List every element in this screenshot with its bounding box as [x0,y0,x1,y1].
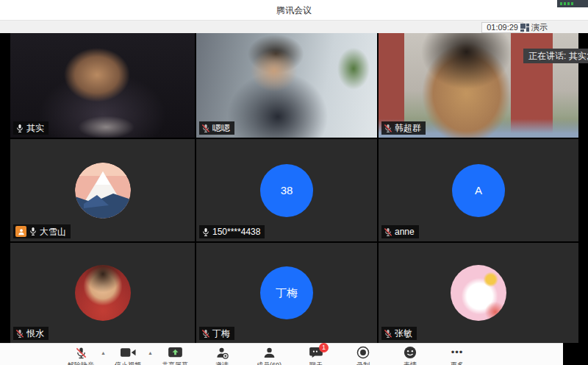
video-tile-150-4438[interactable]: 38 150****4438 [196,139,377,241]
members-icon [263,346,276,359]
present-label: 演示 [531,22,548,33]
video-tile-enen[interactable]: 嗯嗯 [196,33,377,138]
participant-name-tag: 其实 [13,121,49,135]
meeting-timer: 01:09:29 [481,22,523,33]
chat-unread-badge: 1 [319,343,329,352]
toolbar-label: 停止视频 [115,361,141,365]
participant-name-tag: 韩超群 [381,121,426,135]
video-tile-dingmei[interactable]: 丁梅 丁梅 [196,243,377,343]
participant-name-tag: 大雪山 [13,224,71,238]
initial-avatar: 丁梅 [260,266,313,319]
participant-name-tag: 张敏 [381,327,417,340]
host-badge-icon [15,226,26,237]
participant-name: 嗯嗯 [212,123,230,133]
snow-mountain-avatar [75,163,131,219]
unmute-button[interactable]: 解除静音 ▲ [62,346,99,365]
smiley-icon [404,346,417,359]
stop-video-button[interactable]: 停止视频 ▲ [110,346,146,365]
invite-button[interactable]: 邀请 [204,346,240,365]
participant-name: 丁梅 [212,328,230,339]
toolbar-label: 更多 [451,361,464,365]
participant-name-tag: anne [381,225,419,238]
mic-muted-icon [384,124,392,133]
share-screen-button[interactable]: 共享屏幕 [157,346,193,365]
video-tile-anne[interactable]: A anne [379,139,578,241]
chevron-up-icon[interactable]: ▲ [101,350,106,355]
chevron-up-icon[interactable]: ▲ [148,350,153,355]
video-tile-henshui[interactable]: 恨水 [10,243,195,343]
mic-on-icon [29,227,37,236]
present-icon [520,24,529,32]
toolbar-label: 录制 [356,361,370,365]
mic-on-icon [15,124,24,133]
participant-name-tag: 丁梅 [199,327,234,340]
mic-muted-icon [384,227,392,237]
participant-name-tag: 恨水 [13,327,49,340]
participant-name: 张敏 [395,328,412,339]
mic-muted-icon [15,329,24,339]
participant-name: 150****4438 [212,227,260,237]
speaking-tooltip: 正在讲话: 其实; Tina; [523,49,588,63]
video-tile-daxueshan[interactable]: 大雪山 [10,139,195,241]
mic-on-icon [201,227,210,237]
participant-name-tag: 150****4438 [199,225,265,238]
share-screen-icon [168,346,182,359]
status-bar: 01:09:29 演示 [0,20,588,33]
participant-name: 韩超群 [395,123,421,133]
more-dots-icon: ••• [451,346,464,359]
pink-rabbit-avatar [451,265,506,321]
video-grid: 其实 嗯嗯 韩超群 [0,33,588,343]
app-title: 腾讯会议 [0,4,588,17]
toolbar-label: 共享屏幕 [162,361,188,365]
participant-name: 其实 [26,123,44,133]
camera-icon [121,346,136,359]
emoji-button[interactable]: 表情 [392,346,429,365]
bottom-toolbar: 解除静音 ▲ 停止视频 ▲ 共享屏幕 邀请 成员(69) 聊天 1 录制 [0,343,563,365]
mic-muted-icon [201,124,210,133]
initial-avatar: A [452,164,505,217]
toolbar-label: 聊天 [309,361,323,365]
video-tile-qishi[interactable]: 其实 [10,33,195,138]
meeting-window: 腾讯会议 01:09:29 演示 其实 嗯嗯 [0,0,588,365]
video-tile-zhangmin[interactable]: 张敏 [379,243,578,343]
mic-muted-icon [384,329,392,339]
participant-name-tag: 嗯嗯 [199,121,234,135]
participant-name: 恨水 [26,328,44,339]
invite-person-icon [216,346,229,359]
baby-photo-avatar [75,265,131,321]
toolbar-label: 成员(69) [257,361,282,365]
toolbar-label: 解除静音 [68,361,94,365]
participant-name: 大雪山 [40,227,66,237]
toolbar-label: 邀请 [215,361,229,365]
more-button[interactable]: ••• 更多 [439,346,476,365]
toolbar-label: 表情 [404,361,417,365]
chat-button[interactable]: 聊天 1 [298,346,334,365]
system-tray-indicator [557,0,588,7]
initial-avatar: 38 [260,164,313,217]
record-icon [356,346,370,359]
participant-name: anne [395,227,415,237]
record-button[interactable]: 录制 [345,346,381,365]
members-button[interactable]: 成员(69) [251,346,287,365]
mic-muted-icon [75,346,87,359]
present-button[interactable]: 演示 [520,22,587,33]
title-bar: 腾讯会议 [0,0,588,20]
mic-muted-icon [201,329,210,339]
